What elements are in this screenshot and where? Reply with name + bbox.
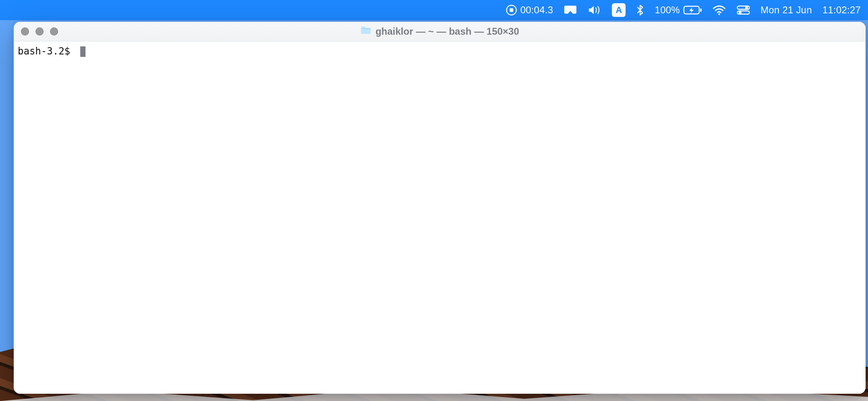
close-button[interactable] bbox=[21, 27, 29, 36]
menubar-time: 11:02:27 bbox=[822, 4, 861, 16]
window-title: ghaiklor — ~ — bash — 150×30 bbox=[14, 26, 866, 37]
battery-percent-text: 100% bbox=[655, 4, 680, 16]
prompt-line: bash-3.2$ bbox=[18, 45, 862, 58]
titlebar[interactable]: ghaiklor — ~ — bash — 150×30 bbox=[14, 22, 866, 42]
menubar: 00:04.3 A 100% bbox=[0, 0, 868, 20]
bluetooth-icon bbox=[636, 4, 644, 16]
wifi-icon bbox=[712, 5, 726, 15]
terminal-window[interactable]: ghaiklor — ~ — bash — 150×30 bash-3.2$ bbox=[14, 22, 866, 394]
svg-rect-1 bbox=[509, 8, 513, 12]
window-title-text: ghaiklor — ~ — bash — 150×30 bbox=[376, 26, 519, 37]
control-center-icon bbox=[737, 5, 750, 15]
screen-recording-indicator[interactable]: 00:04.3 bbox=[506, 0, 553, 20]
volume-menu[interactable] bbox=[588, 0, 601, 20]
recording-timer-text: 00:04.3 bbox=[520, 4, 553, 16]
window-controls bbox=[14, 27, 58, 36]
svg-point-10 bbox=[739, 11, 741, 14]
folder-icon bbox=[360, 26, 371, 37]
menubar-date: Mon 21 Jun bbox=[761, 4, 812, 16]
wifi-menu[interactable] bbox=[712, 0, 726, 20]
control-center-menu[interactable] bbox=[737, 0, 750, 20]
zoom-button[interactable] bbox=[50, 27, 58, 36]
battery-menu[interactable]: 100% bbox=[655, 0, 701, 20]
input-source-icon: A bbox=[612, 3, 626, 17]
cursor-icon bbox=[80, 46, 86, 57]
input-source-menu[interactable]: A bbox=[612, 0, 626, 20]
svg-point-6 bbox=[718, 13, 720, 15]
bluetooth-menu[interactable] bbox=[636, 0, 644, 20]
svg-rect-5 bbox=[700, 8, 702, 12]
screen-mirroring-icon bbox=[563, 4, 577, 16]
svg-point-8 bbox=[745, 6, 748, 9]
minimize-button[interactable] bbox=[35, 27, 44, 36]
terminal-body[interactable]: bash-3.2$ bbox=[14, 42, 866, 394]
prompt-text: bash-3.2$ bbox=[18, 45, 76, 58]
record-stop-icon bbox=[506, 4, 517, 16]
speaker-icon bbox=[588, 4, 601, 16]
clock-menu[interactable]: Mon 21 Jun 11:02:27 bbox=[761, 0, 861, 20]
battery-charging-icon bbox=[683, 5, 702, 15]
screen-mirroring-menu[interactable] bbox=[563, 0, 577, 20]
